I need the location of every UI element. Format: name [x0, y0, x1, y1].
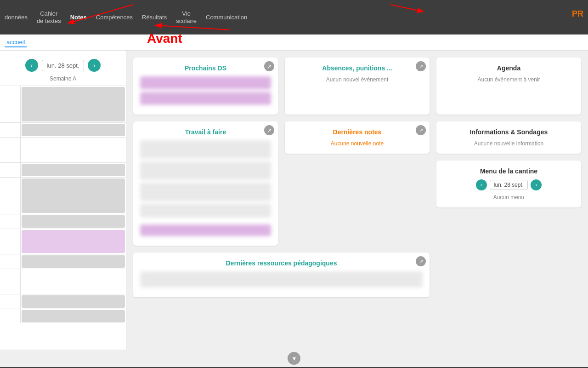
- scroll-down-button[interactable]: ▾: [288, 352, 300, 365]
- schedule-block: [22, 164, 125, 176]
- agenda-title: Agenda: [443, 64, 574, 72]
- schedule-row: [0, 269, 126, 294]
- blurred-content: [140, 76, 271, 89]
- card-ressources: ↗ Dernières ressources pédagogiques: [133, 253, 430, 297]
- external-link-icon[interactable]: ↗: [416, 61, 426, 71]
- pr-label: PR: [572, 9, 583, 19]
- external-link-icon[interactable]: ↗: [416, 125, 426, 135]
- schedule-block: [22, 87, 125, 121]
- menu-prev-button[interactable]: ‹: [476, 179, 487, 190]
- schedule-block: [22, 255, 125, 268]
- schedule-block: [22, 310, 125, 322]
- schedule-row: [0, 177, 126, 214]
- agenda-empty-text: Aucun événement à venir: [443, 76, 574, 83]
- calendar-date: lun. 28 sept.: [42, 60, 85, 71]
- nav-items: données Cahierde textes Notes Compétence…: [5, 10, 247, 24]
- absences-title: Absences, punitions ...: [292, 64, 423, 72]
- svg-line-2: [390, 5, 423, 12]
- travail-title: Travail à faire: [140, 128, 271, 136]
- schedule-row: [0, 122, 126, 137]
- card-travail: ↗ Travail à faire: [133, 121, 278, 246]
- prochains-ds-title: Prochains DS: [140, 64, 271, 72]
- schedule-block: [22, 178, 125, 213]
- external-link-icon[interactable]: ↗: [264, 125, 274, 135]
- card-informations: Informations & Sondages Aucune nouvelle …: [436, 121, 581, 154]
- sidebar-calendar: ‹ lun. 28 sept. › Semaine A: [0, 51, 126, 350]
- blurred-content: [140, 224, 271, 236]
- schedule-row: [0, 309, 126, 323]
- blurred-content: [140, 92, 271, 105]
- schedule-row: [0, 294, 126, 309]
- menu-empty-text: Aucun menu: [443, 194, 574, 201]
- nav-vie[interactable]: Viescolaire: [176, 10, 197, 24]
- ressources-title: Dernières ressources pédagogiques: [140, 259, 423, 267]
- external-link-icon[interactable]: ↗: [416, 256, 426, 266]
- calendar-next-button[interactable]: ›: [88, 59, 101, 72]
- schedule-row: [0, 214, 126, 229]
- menu-next-button[interactable]: ›: [531, 179, 542, 190]
- infos-empty-text: Aucune nouvelle information: [443, 140, 574, 147]
- blurred-content: [140, 183, 271, 201]
- nav-competences[interactable]: Compétences: [96, 14, 133, 21]
- card-prochains-ds: ↗ Prochains DS: [133, 58, 278, 115]
- schedule-row: [0, 86, 126, 122]
- schedule-row: [0, 137, 126, 162]
- menu-nav: ‹ lun. 28 sept. ›: [443, 179, 574, 190]
- schedule-block: [22, 124, 125, 136]
- schedule-row: [0, 254, 126, 269]
- menu-date: lun. 28 sept.: [490, 180, 528, 190]
- breadcrumb-bar: accueil: [0, 34, 588, 51]
- schedule-block: [22, 215, 125, 228]
- menu-title: Menu de la cantine: [443, 167, 574, 175]
- card-absences: ↗ Absences, punitions ... Aucun nouvel é…: [285, 58, 430, 115]
- dernieres-notes-title: Dernières notes: [292, 128, 423, 136]
- infos-title: Informations & Sondages: [443, 128, 574, 136]
- blurred-content: [140, 161, 271, 180]
- nav-donnees[interactable]: données: [5, 14, 28, 21]
- schedule-row: [0, 162, 126, 177]
- nav-cahier[interactable]: Cahierde textes: [37, 10, 61, 24]
- blurred-content: [140, 140, 271, 159]
- schedule-block: [22, 230, 125, 253]
- calendar-nav: ‹ lun. 28 sept. ›: [0, 55, 126, 75]
- card-dernieres-notes: ↗ Dernières notes Aucune nouvelle note: [285, 121, 430, 154]
- scroll-indicator: ▾: [0, 350, 588, 367]
- top-navigation: données Cahierde textes Notes Compétence…: [0, 0, 588, 34]
- external-link-icon[interactable]: ↗: [264, 61, 274, 71]
- card-agenda: Agenda Aucun événement à venir: [436, 58, 581, 115]
- nav-resultats[interactable]: Résultats: [142, 14, 167, 21]
- nav-communication[interactable]: Communication: [206, 14, 247, 21]
- absences-empty-text: Aucun nouvel événement: [292, 76, 423, 83]
- schedule-row: [0, 229, 126, 254]
- card-menu-cantine: Menu de la cantine ‹ lun. 28 sept. › Auc…: [436, 161, 581, 207]
- schedule-block: [22, 295, 125, 308]
- semaine-label: Semaine A: [0, 75, 126, 82]
- calendar-prev-button[interactable]: ‹: [25, 59, 38, 72]
- nav-notes[interactable]: Notes: [70, 14, 87, 21]
- blurred-content: [140, 271, 423, 288]
- blurred-content: [140, 204, 271, 218]
- breadcrumb-accueil[interactable]: accueil: [5, 38, 27, 47]
- dernieres-notes-empty-text: Aucune nouvelle note: [292, 140, 423, 147]
- content-area: ↗ Prochains DS ↗ Absences, punitions ...…: [126, 51, 588, 350]
- main-layout: ‹ lun. 28 sept. › Semaine A: [0, 51, 588, 350]
- svg-line-1: [156, 25, 230, 30]
- schedule-grid: [0, 86, 126, 323]
